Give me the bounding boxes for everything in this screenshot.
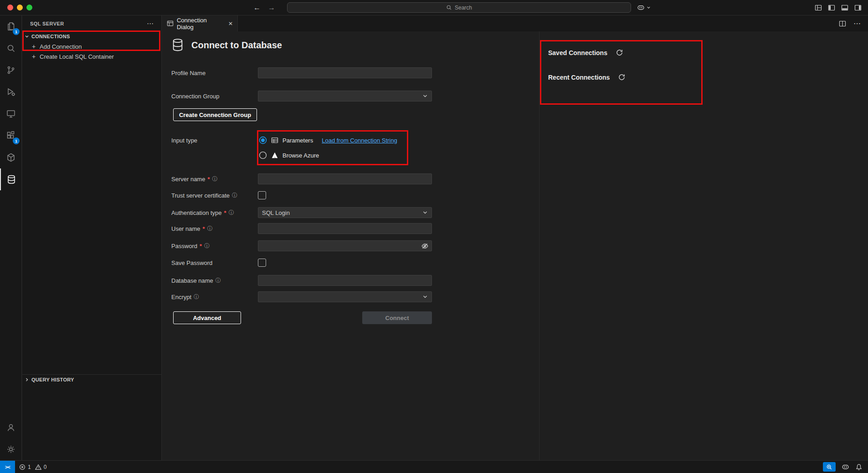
toggle-primary-sidebar-icon[interactable] bbox=[828, 4, 835, 11]
info-icon[interactable]: ⓘ bbox=[232, 192, 237, 199]
gear-icon bbox=[5, 444, 16, 455]
extensions-badge: 1 bbox=[13, 137, 20, 144]
tab-label: Connection Dialog bbox=[177, 17, 225, 31]
search-placeholder: Search bbox=[455, 5, 472, 11]
search-icon bbox=[446, 5, 452, 10]
encrypt-select[interactable] bbox=[258, 291, 432, 302]
connections-section-header[interactable]: CONNECTIONS bbox=[22, 31, 161, 41]
close-window-button[interactable] bbox=[7, 5, 13, 10]
info-icon[interactable]: ⓘ bbox=[212, 175, 217, 183]
navigate-back-icon[interactable]: ← bbox=[253, 4, 261, 12]
problems-status[interactable]: 1 0 bbox=[19, 461, 46, 473]
tab-connection-dialog[interactable]: Connection Dialog ✕ bbox=[162, 15, 238, 31]
sidebar-title: SQL SERVER bbox=[30, 21, 64, 26]
status-bar: >< 1 0 bbox=[0, 460, 868, 473]
activity-settings[interactable] bbox=[0, 438, 22, 460]
command-center-search[interactable]: Search bbox=[287, 2, 631, 13]
warning-icon bbox=[35, 464, 41, 470]
load-from-connection-string-link[interactable]: Load from Connection String bbox=[322, 137, 397, 144]
query-history-section-header[interactable]: QUERY HISTORY bbox=[22, 374, 161, 384]
recent-connections-header: Recent Connections bbox=[548, 73, 626, 81]
dialog-title: Connect to Database bbox=[191, 40, 282, 51]
chevron-down-icon bbox=[647, 5, 651, 10]
activity-containers[interactable] bbox=[0, 147, 22, 168]
chevron-down-icon bbox=[422, 93, 428, 99]
remote-explorer-icon bbox=[5, 108, 16, 119]
panel-divider bbox=[539, 31, 539, 460]
required-marker: * bbox=[200, 243, 202, 249]
source-control-icon bbox=[5, 65, 16, 76]
sidebar-item-add-connection[interactable]: + Add Connection bbox=[22, 41, 161, 51]
info-icon[interactable]: ⓘ bbox=[216, 277, 221, 285]
sidebar-item-create-local-sql-container[interactable]: + Create Local SQL Container bbox=[22, 51, 161, 61]
input-type-browse-azure-row: Browse Azure bbox=[259, 150, 319, 161]
activity-bar: 1 1 bbox=[0, 15, 22, 460]
more-actions-icon[interactable]: ⋯ bbox=[147, 20, 154, 28]
activity-remote-explorer[interactable] bbox=[0, 103, 22, 125]
server-name-input[interactable] bbox=[258, 173, 432, 184]
notifications-bell-icon[interactable] bbox=[855, 463, 863, 471]
activity-search[interactable] bbox=[0, 37, 22, 59]
authentication-type-select[interactable]: SQL Login bbox=[258, 207, 432, 218]
connect-button[interactable]: Connect bbox=[362, 311, 432, 324]
maximize-window-button[interactable] bbox=[26, 5, 32, 10]
title-bar: ← → Search bbox=[0, 0, 868, 15]
connection-dialog-webview: Connect to Database Profile Name Connect… bbox=[162, 31, 868, 460]
copilot-menu-button[interactable] bbox=[637, 0, 651, 15]
advanced-button[interactable]: Advanced bbox=[173, 311, 241, 324]
activity-sql-server[interactable] bbox=[0, 168, 22, 190]
chevron-down-icon bbox=[422, 210, 428, 215]
connection-group-row: Connection Group bbox=[171, 91, 432, 102]
activity-source-control[interactable] bbox=[0, 59, 22, 81]
radio-unselected-icon[interactable] bbox=[259, 151, 267, 159]
refresh-icon[interactable] bbox=[616, 49, 623, 56]
zoom-status-item[interactable] bbox=[823, 462, 836, 472]
parameters-radio-label[interactable]: Parameters bbox=[282, 137, 313, 144]
add-icon: + bbox=[31, 43, 37, 50]
error-count: 1 bbox=[28, 464, 31, 470]
remote-indicator[interactable]: >< bbox=[0, 461, 15, 473]
radio-selected-icon[interactable] bbox=[259, 136, 267, 144]
activity-extensions[interactable]: 1 bbox=[0, 125, 22, 147]
refresh-icon[interactable] bbox=[618, 73, 626, 81]
info-icon[interactable]: ⓘ bbox=[207, 225, 213, 233]
info-icon[interactable]: ⓘ bbox=[229, 209, 234, 217]
database-name-input[interactable] bbox=[258, 275, 432, 286]
profile-name-input[interactable] bbox=[258, 67, 432, 78]
explorer-badge: 1 bbox=[13, 28, 20, 35]
toggle-panel-icon[interactable] bbox=[841, 4, 848, 11]
save-password-checkbox[interactable] bbox=[258, 259, 266, 267]
connection-dialog-tab-icon bbox=[167, 20, 174, 27]
chevron-down-icon bbox=[24, 34, 30, 39]
chevron-down-icon bbox=[422, 294, 428, 300]
connection-group-select[interactable] bbox=[258, 91, 432, 102]
info-icon[interactable]: ⓘ bbox=[204, 242, 210, 250]
split-editor-icon[interactable] bbox=[839, 20, 846, 27]
copilot-icon bbox=[637, 4, 645, 11]
minimize-window-button[interactable] bbox=[17, 5, 23, 10]
toggle-password-visibility-button[interactable] bbox=[421, 242, 429, 252]
profile-name-row: Profile Name bbox=[171, 67, 432, 78]
required-marker: * bbox=[224, 209, 226, 216]
create-connection-group-button[interactable]: Create Connection Group bbox=[173, 108, 257, 121]
user-name-input[interactable] bbox=[258, 223, 432, 234]
activity-accounts[interactable] bbox=[0, 417, 22, 438]
password-input[interactable] bbox=[258, 240, 432, 251]
trust-server-certificate-checkbox[interactable] bbox=[258, 191, 266, 199]
azure-icon bbox=[271, 152, 278, 159]
customize-layout-icon[interactable] bbox=[815, 4, 822, 11]
activity-explorer[interactable]: 1 bbox=[0, 15, 22, 37]
navigate-forward-icon[interactable]: → bbox=[268, 4, 275, 12]
activity-run-debug[interactable] bbox=[0, 81, 22, 103]
editor-more-actions-icon[interactable]: ⋯ bbox=[853, 19, 861, 28]
sql-server-icon bbox=[6, 174, 17, 185]
user-name-row: User name * ⓘ bbox=[171, 223, 432, 234]
close-tab-icon[interactable]: ✕ bbox=[228, 20, 233, 27]
copilot-status-icon[interactable] bbox=[842, 463, 849, 471]
toggle-secondary-sidebar-icon[interactable] bbox=[854, 4, 862, 11]
info-icon[interactable]: ⓘ bbox=[194, 293, 199, 301]
server-name-row: Server name * ⓘ bbox=[171, 173, 432, 184]
browse-azure-radio-label[interactable]: Browse Azure bbox=[282, 152, 319, 159]
trust-server-certificate-row: Trust server certificate ⓘ bbox=[171, 190, 266, 201]
error-icon bbox=[19, 464, 26, 470]
